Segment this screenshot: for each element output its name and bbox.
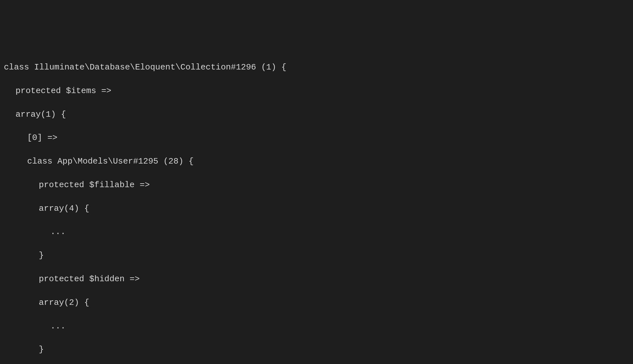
dump-line-hidden-array: array(2) { (4, 297, 629, 308)
dump-line-fillable-array: array(4) { (4, 203, 629, 214)
dump-line-ellipsis: ... (4, 226, 629, 238)
var-dump-output: class Illuminate\Database\Eloquent\Colle… (4, 50, 629, 364)
dump-line-items-property: protected $items => (4, 85, 629, 97)
dump-line-hidden-property: protected $hidden => (4, 273, 629, 285)
dump-line-ellipsis: ... (4, 320, 629, 332)
dump-line-class-user: class App\Models\User#1295 (28) { (4, 155, 629, 167)
dump-line-class-collection: class Illuminate\Database\Eloquent\Colle… (4, 61, 629, 73)
dump-line-array-open: array(1) { (4, 109, 629, 120)
dump-line-close-brace: } (4, 344, 629, 355)
dump-line-close-brace: } (4, 250, 629, 261)
dump-line-index-0: [0] => (4, 132, 629, 144)
dump-line-fillable-property: protected $fillable => (4, 179, 629, 191)
